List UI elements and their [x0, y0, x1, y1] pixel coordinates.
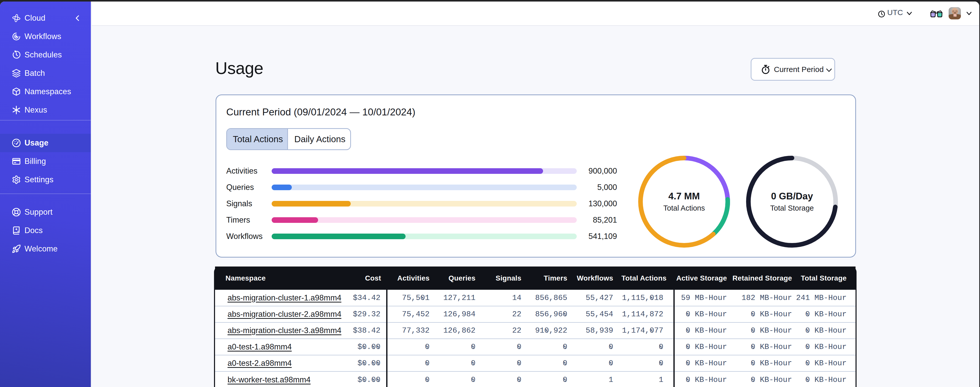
svg-text:0 GB/Day: 0 GB/Day	[771, 191, 813, 201]
svg-text:Total Storage: Total Storage	[770, 204, 814, 212]
svg-text:4.7 MM: 4.7 MM	[668, 191, 700, 201]
svg-text:Total Actions: Total Actions	[663, 204, 705, 212]
